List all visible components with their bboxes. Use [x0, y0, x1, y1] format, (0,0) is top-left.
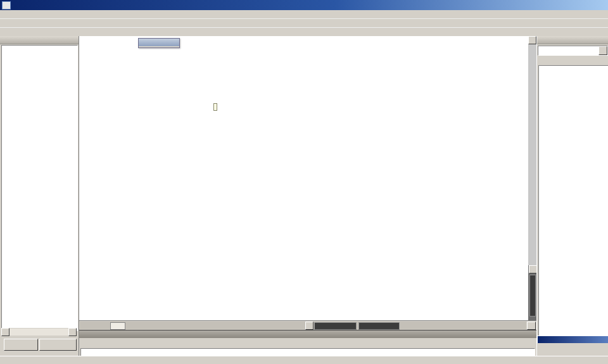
close-icon[interactable]	[171, 39, 178, 46]
wireframe-model[interactable]	[79, 36, 528, 320]
scrollbar-corner[interactable]	[527, 322, 536, 330]
scrollbar-thumb[interactable]	[358, 322, 400, 330]
close-icon[interactable]	[528, 331, 535, 337]
status-bar	[0, 356, 608, 364]
view-toolbar-icons	[139, 46, 179, 47]
main-area	[0, 36, 608, 356]
results-panel-header	[0, 36, 79, 44]
actions-panel	[537, 336, 608, 356]
document-icon[interactable]	[2, 11, 10, 18]
result-type-combo[interactable]	[538, 46, 608, 56]
neu-button[interactable]	[4, 339, 38, 351]
document-view	[79, 36, 536, 356]
view-bottom-bar	[79, 320, 536, 330]
member-tooltip	[213, 103, 217, 111]
scroll-track[interactable]	[10, 329, 68, 336]
properties-actions-2	[537, 56, 608, 57]
model-3d-view[interactable]	[79, 36, 528, 320]
view-toolbar-header[interactable]	[139, 39, 179, 46]
chevron-down-icon[interactable]	[163, 39, 170, 46]
command-line-panel	[79, 330, 536, 356]
pin-icon[interactable]	[63, 37, 70, 43]
chevron-down-icon[interactable]	[598, 46, 607, 55]
horizontal-scrollbar[interactable]	[80, 322, 526, 329]
command-toolbar	[79, 338, 536, 348]
scroll-left-icon[interactable]	[305, 322, 314, 330]
close-icon[interactable]	[70, 37, 77, 43]
app-icon[interactable]	[2, 1, 11, 9]
actions-panel-title	[537, 336, 608, 343]
scroll-right-icon[interactable]	[68, 328, 77, 336]
properties-panel-header	[537, 36, 608, 44]
schliessen-button[interactable]	[39, 339, 77, 351]
tree-horizontal-scrollbar[interactable]	[1, 328, 77, 336]
pin-icon[interactable]	[520, 331, 527, 337]
property-grid	[538, 65, 608, 337]
close-icon[interactable]	[600, 37, 607, 43]
toolbar-main	[0, 18, 608, 28]
scrollbar-thumb[interactable]	[314, 322, 357, 330]
scroll-left-icon[interactable]	[1, 328, 10, 336]
vertical-scrollbar[interactable]	[528, 36, 536, 320]
toolbar-structure	[0, 27, 608, 37]
view-toolbar	[138, 38, 180, 48]
scroll-up-icon[interactable]	[528, 36, 536, 44]
scrollbar-thumb[interactable]	[529, 275, 536, 317]
properties-panel	[536, 36, 608, 356]
pin-icon[interactable]	[593, 37, 600, 43]
results-tree	[1, 45, 78, 331]
menu-bar	[0, 10, 608, 19]
command-panel-header	[79, 330, 536, 338]
title-bar	[0, 0, 608, 10]
splitter-handle[interactable]	[110, 322, 125, 330]
results-panel	[0, 36, 79, 356]
properties-combo-row	[537, 44, 608, 56]
